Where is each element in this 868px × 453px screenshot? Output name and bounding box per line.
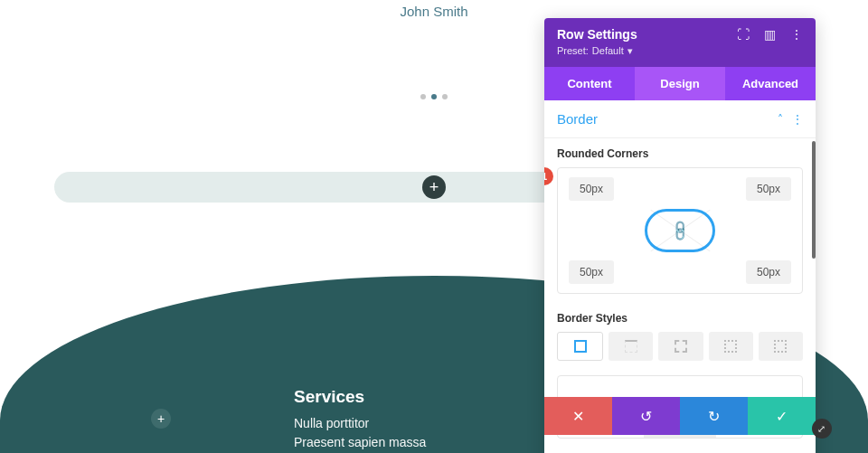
border-style-all[interactable] (557, 332, 603, 361)
accordion-border[interactable]: Border ˄ ⋮ (544, 100, 816, 138)
page-canvas: John Smith + + Services Nulla porttitor … (0, 0, 868, 453)
slider-pagination[interactable] (420, 94, 448, 99)
redo-button[interactable]: ↻ (680, 397, 748, 435)
chevron-down-icon: ▾ (627, 45, 633, 57)
rounded-corners-section: 1 Rounded Corners 50px 50px 50px 50px 🔗 (544, 138, 816, 308)
save-button[interactable]: ✓ (748, 397, 816, 435)
border-styles-row (557, 332, 803, 361)
callout-badge-1: 1 (544, 167, 553, 185)
border-styles-label: Border Styles (557, 312, 803, 325)
preset-selector[interactable]: Preset: Default ▾ (557, 45, 633, 57)
border-style-left[interactable] (759, 332, 803, 361)
panel-scrollbar[interactable] (812, 141, 816, 259)
border-styles-section: Border Styles (544, 308, 816, 375)
corner-tr-input[interactable]: 50px (746, 177, 791, 201)
columns-icon[interactable]: ▥ (764, 27, 776, 42)
corner-br-input[interactable]: 50px (746, 260, 791, 284)
preset-label: Preset: (557, 45, 589, 56)
check-icon: ✓ (776, 408, 788, 425)
cancel-button[interactable]: ✕ (544, 397, 612, 435)
author-name: John Smith (400, 4, 467, 19)
border-style-right[interactable] (658, 332, 703, 361)
collapse-icon[interactable]: ˄ (778, 113, 783, 126)
rounded-corners-label: Rounded Corners (557, 147, 803, 160)
undo-icon: ↺ (640, 408, 652, 425)
add-row-button[interactable]: + (422, 175, 446, 199)
close-icon: ✕ (572, 408, 584, 425)
plus-icon: + (429, 178, 439, 197)
border-style-top[interactable] (609, 332, 653, 361)
panel-title: Row Settings (557, 27, 637, 42)
row-settings-panel: Row Settings ⛶ ▥ ⋮ Preset: Default ▾ Con… (544, 18, 816, 453)
tab-content[interactable]: Content (544, 67, 635, 100)
border-style-bottom[interactable] (709, 332, 753, 361)
tab-advanced[interactable]: Advanced (725, 67, 816, 100)
redo-icon: ↻ (708, 408, 720, 425)
services-heading: Services (294, 387, 426, 407)
accordion-title: Border (557, 111, 598, 127)
panel-footer: ✕ ↺ ↻ ✓ (544, 397, 816, 435)
dot[interactable] (420, 94, 426, 99)
plus-icon: + (157, 411, 165, 426)
preset-value: Default (592, 45, 624, 56)
undo-button[interactable]: ↺ (612, 397, 680, 435)
panel-tabs: Content Design Advanced (544, 67, 816, 100)
link-corners-icon[interactable]: 🔗 (667, 218, 693, 243)
corner-tl-input[interactable]: 50px (569, 177, 614, 201)
resize-handle[interactable]: ⤡ (812, 419, 832, 439)
services-line: Praesent sapien massa (294, 435, 426, 449)
services-block: Services Nulla porttitor Praesent sapien… (294, 387, 426, 453)
services-line: Nulla porttitor (294, 416, 426, 430)
dot-active[interactable] (431, 94, 437, 99)
tab-design[interactable]: Design (635, 67, 725, 100)
panel-header: Row Settings ⛶ ▥ ⋮ Preset: Default ▾ (544, 18, 816, 67)
rounded-corners-editor: 50px 50px 50px 50px 🔗 (557, 167, 803, 294)
resize-icon: ⤡ (816, 425, 828, 433)
corner-bl-input[interactable]: 50px (569, 260, 614, 284)
dot[interactable] (442, 94, 448, 99)
corner-preview-shape: 🔗 (645, 209, 715, 252)
expand-icon[interactable]: ⛶ (737, 27, 750, 42)
kebab-icon[interactable]: ⋮ (790, 27, 803, 42)
kebab-icon[interactable]: ⋮ (792, 113, 803, 126)
add-section-button[interactable]: + (151, 409, 171, 429)
